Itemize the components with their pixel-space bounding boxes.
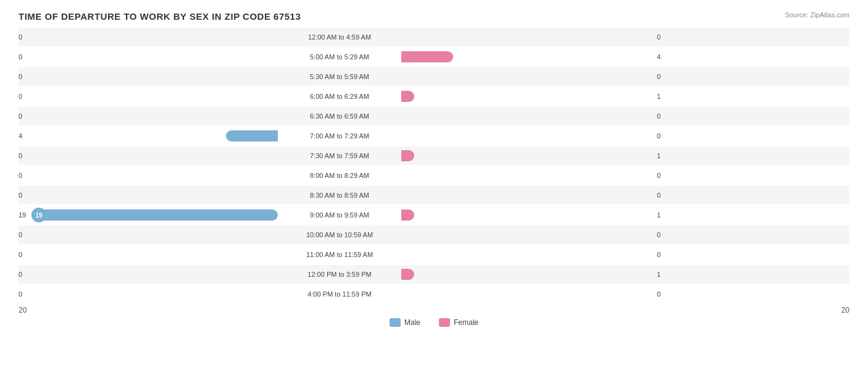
legend-female-box <box>439 318 450 327</box>
table-row: 010:00 AM to 10:59 AM0 <box>19 226 849 244</box>
right-side: 1 <box>401 206 661 224</box>
table-row: 05:00 AM to 5:29 AM4 <box>19 48 849 66</box>
value-right: 0 <box>657 290 661 298</box>
bar-male <box>226 130 278 141</box>
table-row: 47:00 AM to 7:29 AM0 <box>19 127 849 145</box>
legend-female-label: Female <box>454 318 478 327</box>
time-label: 10:00 AM to 10:59 AM <box>278 231 401 238</box>
time-label: 9:00 AM to 9:59 AM <box>278 211 401 219</box>
table-row: 05:30 AM to 5:59 AM0 <box>19 67 849 86</box>
axis-left-label: 20 <box>19 306 27 314</box>
time-label: 6:00 AM to 6:29 AM <box>278 93 401 100</box>
table-row: 07:30 AM to 7:59 AM1 <box>19 146 849 165</box>
value-right: 4 <box>657 53 661 61</box>
time-label: 8:30 AM to 8:59 AM <box>278 192 401 199</box>
legend-male-box <box>390 318 401 327</box>
value-left: 0 <box>19 251 22 258</box>
value-left: 0 <box>19 73 22 80</box>
value-right: 0 <box>657 231 661 238</box>
chart-container: TIME OF DEPARTURE TO WORK BY SEX IN ZIP … <box>0 0 868 367</box>
table-row: 08:00 AM to 8:29 AM0 <box>19 166 849 185</box>
value-left: 0 <box>19 152 22 159</box>
value-left: 4 <box>19 132 22 140</box>
chart-inner: 012:00 AM to 4:59 AM005:00 AM to 5:29 AM… <box>19 28 849 303</box>
right-side: 0 <box>401 226 661 244</box>
left-side: 0 <box>19 107 278 125</box>
right-side: 1 <box>401 265 661 284</box>
time-label: 5:30 AM to 5:59 AM <box>278 73 401 80</box>
value-right: 1 <box>657 152 661 159</box>
time-label: 4:00 PM to 11:59 PM <box>278 290 401 298</box>
legend-female: Female <box>439 318 478 327</box>
value-left: 0 <box>19 271 22 278</box>
right-side: 0 <box>401 186 661 205</box>
right-side: 4 <box>401 48 661 66</box>
value-right: 0 <box>657 251 661 258</box>
axis-right-label: 20 <box>841 306 849 314</box>
time-label: 12:00 PM to 3:59 PM <box>278 271 401 278</box>
value-left: 0 <box>19 192 22 199</box>
value-right: 0 <box>657 33 661 41</box>
value-left: 0 <box>19 53 22 61</box>
legend-male-label: Male <box>404 318 420 327</box>
bar-female <box>401 51 453 62</box>
value-left: 0 <box>19 231 22 238</box>
value-left: 0 <box>19 112 22 120</box>
value-right: 1 <box>657 271 661 278</box>
right-side: 0 <box>401 245 661 264</box>
bar-female <box>401 91 414 102</box>
value-right: 0 <box>657 73 661 80</box>
value-right: 0 <box>657 132 661 140</box>
right-side: 0 <box>401 107 661 125</box>
value-left: 0 <box>19 290 22 298</box>
left-side: 0 <box>19 146 278 165</box>
left-side: 0 <box>19 186 278 205</box>
left-side: 0 <box>19 226 278 244</box>
time-label: 7:00 AM to 7:29 AM <box>278 132 401 140</box>
left-side: 0 <box>19 166 278 185</box>
value-left: 0 <box>19 93 22 100</box>
table-row: 06:00 AM to 6:29 AM1 <box>19 87 849 106</box>
chart-title: TIME OF DEPARTURE TO WORK BY SEX IN ZIP … <box>19 11 849 22</box>
left-side: 1919 <box>19 206 278 224</box>
bar-female <box>401 209 414 221</box>
right-side: 0 <box>401 127 661 145</box>
right-side: 0 <box>401 28 661 46</box>
left-side: 0 <box>19 28 278 46</box>
value-right: 1 <box>657 211 661 219</box>
source-text: Source: ZipAtlas.com <box>785 11 849 19</box>
value-left: 19 <box>19 211 26 219</box>
table-row: 19199:00 AM to 9:59 AM1 <box>19 206 849 224</box>
left-side: 0 <box>19 265 278 284</box>
right-side: 0 <box>401 67 661 86</box>
time-label: 5:00 AM to 5:29 AM <box>278 53 401 61</box>
axis-labels: 20 20 <box>19 306 849 314</box>
left-side: 0 <box>19 285 278 303</box>
time-label: 11:00 AM to 11:59 AM <box>278 251 401 258</box>
right-side: 0 <box>401 285 661 303</box>
table-row: 04:00 PM to 11:59 PM0 <box>19 285 849 303</box>
legend: Male Female <box>19 318 849 327</box>
table-row: 06:30 AM to 6:59 AM0 <box>19 107 849 125</box>
left-side: 4 <box>19 127 278 145</box>
time-label: 8:00 AM to 8:29 AM <box>278 172 401 179</box>
right-side: 0 <box>401 166 661 185</box>
value-left: 0 <box>19 33 22 41</box>
value-right: 0 <box>657 172 661 179</box>
value-right: 0 <box>657 192 661 199</box>
value-left: 0 <box>19 172 22 179</box>
time-label: 6:30 AM to 6:59 AM <box>278 112 401 120</box>
right-side: 1 <box>401 87 661 106</box>
left-side: 0 <box>19 87 278 106</box>
right-side: 1 <box>401 146 661 165</box>
left-side: 0 <box>19 48 278 66</box>
value-right: 1 <box>657 93 661 100</box>
legend-male: Male <box>390 318 420 327</box>
bar-female <box>401 269 414 280</box>
time-label: 7:30 AM to 7:59 AM <box>278 152 401 159</box>
time-label: 12:00 AM to 4:59 AM <box>278 33 401 41</box>
table-row: 012:00 AM to 4:59 AM0 <box>19 28 849 46</box>
bar-female <box>401 150 414 161</box>
table-row: 08:30 AM to 8:59 AM0 <box>19 186 849 205</box>
left-side: 0 <box>19 245 278 264</box>
